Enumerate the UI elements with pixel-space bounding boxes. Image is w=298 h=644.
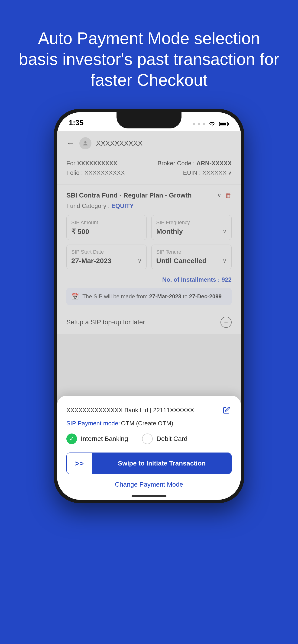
swipe-arrows-icon: >> xyxy=(75,459,84,468)
setup-topup-label: Setup a SIP top-up for later xyxy=(66,318,145,326)
sip-start-date-field[interactable]: SIP Start Date 27-Mar-2023 ∨ xyxy=(66,244,147,269)
home-indicator xyxy=(132,495,166,497)
change-payment-mode[interactable]: Change Payment Mode xyxy=(66,481,232,488)
background-content: ← XXXXXXXXXX For XXXXXXXXXX Broker Code … xyxy=(57,131,241,334)
debit-card-option[interactable]: Debit Card xyxy=(142,434,187,444)
sip-info-box: 📅 The SIP will be made from 27-Mar-2023 … xyxy=(66,288,232,305)
signal-dot xyxy=(193,123,195,125)
swipe-label: Swipe to Initiate Transaction xyxy=(118,460,206,467)
sip-tenure-label: SIP Tenure xyxy=(156,249,227,255)
status-time: 1:35 xyxy=(69,118,84,127)
for-label: For XXXXXXXXXX xyxy=(66,160,117,167)
battery-icon xyxy=(219,122,229,126)
installments-row: No. of Installments : 922 xyxy=(66,274,232,286)
fund-dropdown-icon[interactable]: ∨ xyxy=(217,192,221,199)
sip-amount-field[interactable]: SIP Amount ₹ 500 xyxy=(66,215,147,240)
investor-info: For XXXXXXXXXX Broker Code : ARN-XXXXX F… xyxy=(57,154,241,184)
broker-code: Broker Code : ARN-XXXXX xyxy=(158,160,232,167)
svg-rect-1 xyxy=(220,123,226,126)
phone-frame: 1:35 xyxy=(54,109,244,503)
swipe-label-area: Swipe to Initiate Transaction xyxy=(92,453,231,474)
frequency-dropdown-icon[interactable]: ∨ xyxy=(223,228,227,234)
debit-card-label: Debit Card xyxy=(156,435,187,442)
euin-label: EUIN : XXXXXX xyxy=(183,169,226,176)
fund-category: Fund Category : EQUITY xyxy=(66,202,232,210)
sip-date-tenure-row: SIP Start Date 27-Mar-2023 ∨ SIP Tenure … xyxy=(66,244,232,269)
sip-info-text: The SIP will be made from 27-Mar-2023 to… xyxy=(82,292,222,300)
swipe-button[interactable]: >> Swipe to Initiate Transaction xyxy=(66,452,232,474)
bank-row: XXXXXXXXXXXXXX Bank Ltd | 22111XXXXXX xyxy=(66,405,232,415)
phone-screen: 1:35 xyxy=(57,112,241,500)
payment-mode-row: SIP Payment mode: OTM (Create OTM) xyxy=(66,420,232,427)
setup-topup-row[interactable]: Setup a SIP top-up for later + xyxy=(57,310,241,334)
status-icons xyxy=(193,121,229,127)
payment-mode-value: OTM (Create OTM) xyxy=(121,420,173,427)
installments-text: No. of Installments : 922 xyxy=(162,276,232,283)
sip-start-date-value: 27-Mar-2023 xyxy=(71,257,111,265)
folio-label: Folio : XXXXXXXXXX xyxy=(66,169,125,176)
calendar-icon: 📅 xyxy=(71,292,79,300)
sip-tenure-value: Until Cancelled xyxy=(156,257,207,265)
svg-point-3 xyxy=(84,141,86,143)
internet-banking-label: Internet Banking xyxy=(81,435,128,442)
edit-bank-button[interactable] xyxy=(221,405,232,415)
sip-amount-frequency-row: SIP Amount ₹ 500 SIP Frequency Monthly ∨ xyxy=(66,215,232,240)
fund-section: SBI Contra Fund - Regular Plan - Growth … xyxy=(57,184,241,310)
sip-frequency-label: SIP Frequency xyxy=(156,220,227,226)
sip-frequency-value: Monthly xyxy=(156,228,183,235)
hero-heading: Auto Payment Mode selection basis invest… xyxy=(0,0,298,109)
sip-frequency-field[interactable]: SIP Frequency Monthly ∨ xyxy=(151,215,232,240)
euin-section[interactable]: EUIN : XXXXXX ∨ xyxy=(183,169,232,176)
investor-name: XXXXXXXXXX xyxy=(96,139,143,147)
payment-options: ✓ Internet Banking Debit Card xyxy=(66,434,232,444)
sip-tenure-field[interactable]: SIP Tenure Until Cancelled ∨ xyxy=(151,244,232,269)
euin-dropdown-icon[interactable]: ∨ xyxy=(228,170,232,176)
debit-card-radio[interactable] xyxy=(142,434,153,444)
phone-notch xyxy=(117,112,181,128)
delete-icon[interactable]: 🗑 xyxy=(225,192,232,199)
start-date-dropdown-icon[interactable]: ∨ xyxy=(138,258,142,264)
phone-mockup: 1:35 xyxy=(54,109,244,503)
wifi-icon xyxy=(208,121,216,127)
payment-sheet: XXXXXXXXXXXXXX Bank Ltd | 22111XXXXXX SI… xyxy=(57,396,241,500)
fund-controls: ∨ 🗑 xyxy=(217,192,232,199)
signal-dot2 xyxy=(198,123,200,125)
internet-banking-option[interactable]: ✓ Internet Banking xyxy=(66,434,128,444)
swipe-handle[interactable]: >> xyxy=(67,453,92,474)
app-header: ← XXXXXXXXXX xyxy=(57,131,241,154)
svg-rect-2 xyxy=(228,123,229,125)
payment-mode-label: SIP Payment mode: xyxy=(66,420,120,427)
bank-name: XXXXXXXXXXXXXX Bank Ltd | 22111XXXXXX xyxy=(66,406,194,414)
internet-banking-radio[interactable]: ✓ xyxy=(66,434,77,444)
sip-amount-label: SIP Amount xyxy=(71,220,142,226)
tenure-dropdown-icon[interactable]: ∨ xyxy=(223,258,227,264)
sip-start-date-label: SIP Start Date xyxy=(71,249,142,255)
back-button[interactable]: ← xyxy=(66,138,75,148)
avatar xyxy=(79,137,91,149)
sip-amount-value: ₹ 500 xyxy=(71,228,142,236)
signal-dot3 xyxy=(203,123,205,125)
fund-name: SBI Contra Fund - Regular Plan - Growth xyxy=(66,192,217,199)
add-topup-button[interactable]: + xyxy=(220,317,232,328)
